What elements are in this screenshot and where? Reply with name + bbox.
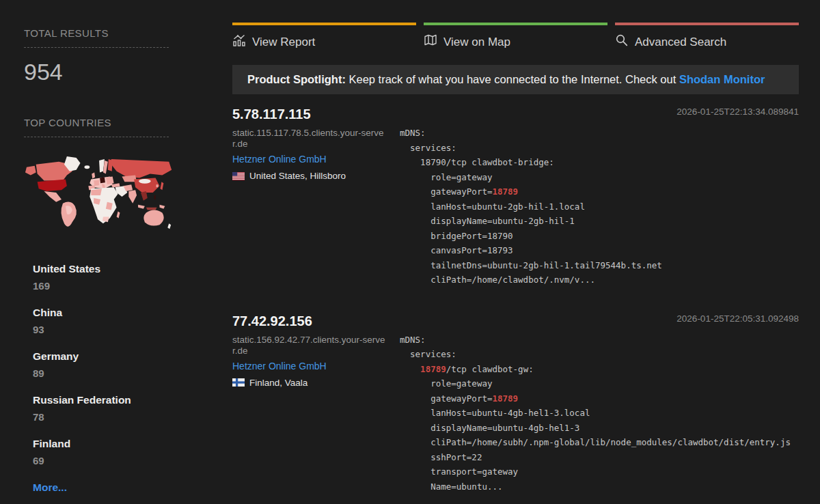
banner-title: Product Spotlight:: [247, 73, 346, 85]
country-count: 169: [33, 280, 205, 292]
result-org-link[interactable]: Hetzner Online GmbH: [232, 154, 396, 165]
action-tabs: View Report View on Map: [232, 23, 799, 51]
result-hostname: static.115.117.78.5.clients.your-server.…: [232, 128, 388, 150]
result-location-text: Finland, Vaala: [249, 378, 308, 388]
banner-text: Keep track of what you have connected to…: [346, 73, 679, 85]
result-banner-data: mDNS: services: 18790/tcp clawdbot-bridg…: [400, 126, 799, 288]
top-countries-heading: TOP COUNTRIES: [24, 117, 169, 137]
result-meta: 77.42.92.156 static.156.92.42.77.clients…: [232, 313, 396, 494]
result-ip-link[interactable]: 77.42.92.156: [232, 313, 396, 329]
shodan-monitor-link[interactable]: Shodan Monitor: [679, 73, 765, 85]
united-states-flag-icon: [232, 172, 245, 180]
result-meta: 5.78.117.115 static.115.117.78.5.clients…: [232, 107, 396, 288]
report-chart-icon: [232, 33, 246, 51]
country-count: 78: [33, 411, 205, 423]
result-timestamp: 2026-01-25T22:05:31.092498: [400, 313, 799, 324]
country-item-russian-federation[interactable]: Russian Federation 78: [24, 394, 205, 423]
country-name[interactable]: United States: [33, 263, 205, 275]
result-location: United States, Hillsboro: [232, 171, 396, 181]
country-item-china[interactable]: China 93: [24, 307, 205, 335]
country-item-finland[interactable]: Finland 69: [24, 438, 205, 466]
country-item-germany[interactable]: Germany 89: [24, 350, 205, 379]
results-main: View Report View on Map: [232, 0, 799, 504]
shodan-results-page: TOTAL RESULTS 954 TOP COUNTRIES: [0, 0, 820, 504]
top-countries-list: United States 169 China 93 Germany 89 Ru…: [24, 263, 205, 494]
total-results-heading: TOTAL RESULTS: [24, 27, 169, 48]
country-name[interactable]: China: [33, 307, 205, 319]
result-banner-data: mDNS: services: 18789/tcp clawdbot-gw: r…: [400, 333, 799, 494]
country-name[interactable]: Germany: [33, 350, 205, 363]
result-row: 5.78.117.115 static.115.117.78.5.clients…: [232, 107, 799, 288]
result-data: 2026-01-25T22:05:31.092498 mDNS: service…: [396, 313, 799, 494]
result-ip-link[interactable]: 5.78.117.115: [232, 107, 396, 122]
country-count: 93: [33, 324, 205, 335]
result-hostname: static.156.92.42.77.clients.your-server.…: [232, 335, 388, 356]
tab-label: Advanced Search: [635, 36, 726, 49]
result-location-text: United States, Hillsboro: [249, 171, 346, 181]
product-spotlight-banner: Product Spotlight: Keep track of what yo…: [232, 65, 799, 94]
country-count: 69: [33, 455, 205, 466]
country-name[interactable]: Finland: [33, 438, 205, 450]
tab-label: View on Map: [443, 36, 510, 49]
world-map-choropleth: [24, 155, 178, 238]
country-item-united-states[interactable]: United States 169: [24, 263, 205, 292]
result-timestamp: 2026-01-25T22:13:34.089841: [400, 107, 799, 117]
country-count: 89: [33, 367, 205, 379]
advanced-search-button[interactable]: Advanced Search: [615, 23, 799, 51]
result-row: 77.42.92.156 static.156.92.42.77.clients…: [232, 313, 799, 494]
result-location: Finland, Vaala: [232, 378, 396, 388]
search-icon: [615, 33, 629, 51]
total-results-value: 954: [24, 59, 205, 85]
result-org-link[interactable]: Hetzner Online GmbH: [232, 361, 396, 372]
tab-label: View Report: [252, 36, 315, 49]
result-data: 2026-01-25T22:13:34.089841 mDNS: service…: [396, 107, 799, 288]
view-on-map-button[interactable]: View on Map: [424, 23, 607, 51]
view-report-button[interactable]: View Report: [232, 23, 416, 51]
finland-flag-icon: [232, 378, 245, 387]
country-name[interactable]: Russian Federation: [33, 394, 205, 406]
facet-sidebar: TOTAL RESULTS 954 TOP COUNTRIES: [24, 0, 205, 504]
more-countries-link[interactable]: More...: [24, 481, 205, 494]
map-icon: [424, 33, 437, 51]
